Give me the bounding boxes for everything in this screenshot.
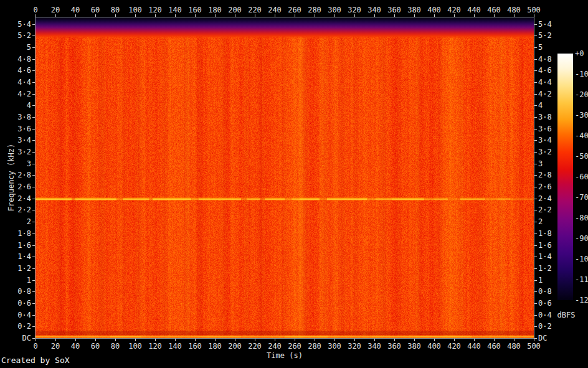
y-tick-right	[534, 245, 537, 246]
y-tick-label-left: 4·2	[10, 90, 31, 98]
x-tick-bottom	[175, 339, 176, 341]
y-tick-right	[534, 280, 537, 281]
x-tick-label-bottom: 500	[521, 342, 546, 351]
colorbar-tick-label: -100	[575, 255, 588, 263]
x-tick-bottom	[454, 339, 455, 341]
x-tick-top	[135, 14, 136, 17]
y-tick-right	[534, 140, 537, 141]
y-tick-right	[534, 326, 537, 327]
y-tick-left	[32, 326, 35, 327]
colorbar-gradient	[557, 54, 573, 300]
y-tick-right	[534, 129, 537, 130]
y-tick-left	[32, 140, 35, 141]
x-tick-top	[95, 14, 96, 17]
x-tick-bottom	[334, 339, 335, 341]
y-tick-left	[32, 82, 35, 83]
x-tick-bottom	[434, 339, 435, 341]
x-tick-top	[534, 14, 534, 17]
colorbar-tick-label: -20	[575, 90, 588, 99]
x-tick-bottom	[255, 339, 255, 341]
x-tick-top	[454, 14, 455, 17]
x-tick-bottom	[135, 339, 136, 341]
y-tick-label-left: 1	[10, 276, 31, 285]
y-tick-left	[32, 24, 35, 25]
x-tick-top	[115, 14, 116, 17]
y-tick-label-left: 0·8	[10, 287, 31, 296]
x-tick-top	[175, 14, 176, 17]
y-tick-left	[32, 47, 35, 48]
x-tick-top	[394, 14, 395, 17]
y-tick-right	[534, 175, 537, 176]
y-tick-label-left: 1·6	[10, 241, 31, 250]
colorbar-tick-label: -60	[575, 172, 588, 181]
x-tick-top	[414, 14, 415, 17]
x-tick-bottom	[75, 339, 76, 341]
y-tick-right	[534, 338, 537, 339]
y-axis-title: Frequency (kHz)	[7, 140, 16, 215]
x-tick-bottom	[354, 339, 355, 341]
y-tick-label-left: 0·6	[10, 299, 31, 308]
y-tick-label-left: 1·2	[10, 264, 31, 273]
y-tick-label-right: 5·4	[538, 20, 563, 29]
y-tick-label-left: 0·2	[10, 322, 31, 331]
y-tick-right	[534, 164, 537, 164]
sox-spectrogram-window: 0020204040606080801001001201201401401601…	[0, 0, 588, 368]
y-tick-left	[32, 210, 35, 210]
x-tick-top	[494, 14, 495, 17]
x-tick-top	[474, 14, 475, 17]
y-tick-right	[534, 199, 537, 199]
y-tick-right	[534, 257, 537, 257]
y-tick-label-left: 1·8	[10, 229, 31, 238]
y-tick-label-left: 4	[10, 101, 31, 110]
y-tick-right	[534, 105, 537, 106]
x-tick-bottom	[295, 339, 295, 341]
y-tick-right	[534, 234, 537, 234]
y-tick-right	[534, 315, 537, 316]
x-tick-bottom	[374, 339, 375, 341]
y-tick-right	[534, 70, 537, 71]
y-tick-left	[32, 187, 35, 187]
y-tick-left	[32, 164, 35, 164]
x-tick-bottom	[95, 339, 96, 341]
y-tick-left	[32, 105, 35, 106]
x-tick-bottom	[275, 339, 275, 341]
y-tick-left	[32, 35, 35, 36]
colorbar-tick-label: -50	[575, 152, 588, 161]
x-tick-top	[195, 14, 196, 17]
x-tick-bottom	[514, 339, 514, 341]
y-tick-left	[32, 234, 35, 234]
y-tick-right	[534, 117, 537, 118]
y-tick-label-right: 5	[538, 43, 563, 52]
y-tick-left	[32, 291, 35, 292]
x-tick-label-top: 500	[521, 6, 546, 14]
x-tick-bottom	[55, 339, 56, 341]
x-tick-top	[255, 14, 255, 17]
x-tick-top	[235, 14, 235, 17]
colorbar-tick-label: -10	[575, 70, 588, 78]
x-tick-top	[434, 14, 435, 17]
y-tick-label-left: 5·2	[10, 31, 31, 40]
y-tick-left	[32, 268, 35, 269]
colorbar-unit-label: dBFS	[555, 311, 577, 319]
y-tick-label-left: 0·4	[10, 311, 31, 319]
y-tick-left	[32, 94, 35, 95]
y-tick-left	[32, 245, 35, 246]
y-tick-right	[534, 82, 537, 83]
x-axis-title: Time (s)	[254, 351, 316, 360]
spectrogram-canvas	[36, 17, 534, 338]
y-tick-label-left: 4·4	[10, 78, 31, 87]
y-tick-left	[32, 70, 35, 71]
x-tick-top	[295, 14, 295, 17]
sox-credit-text: Created by SoX	[1, 356, 70, 365]
y-tick-right	[534, 210, 537, 210]
x-tick-bottom	[394, 339, 395, 341]
y-tick-label-right: 0·6	[538, 299, 563, 308]
y-tick-label-left: DC	[10, 334, 31, 342]
x-tick-top	[75, 14, 76, 17]
y-tick-label-left: 4·6	[10, 66, 31, 75]
colorbar-tick-label: -120	[575, 296, 588, 304]
x-tick-top	[36, 14, 36, 17]
y-tick-right	[534, 24, 537, 25]
y-tick-label-left: 3·6	[10, 125, 31, 133]
y-tick-label-left: 2	[10, 217, 31, 226]
